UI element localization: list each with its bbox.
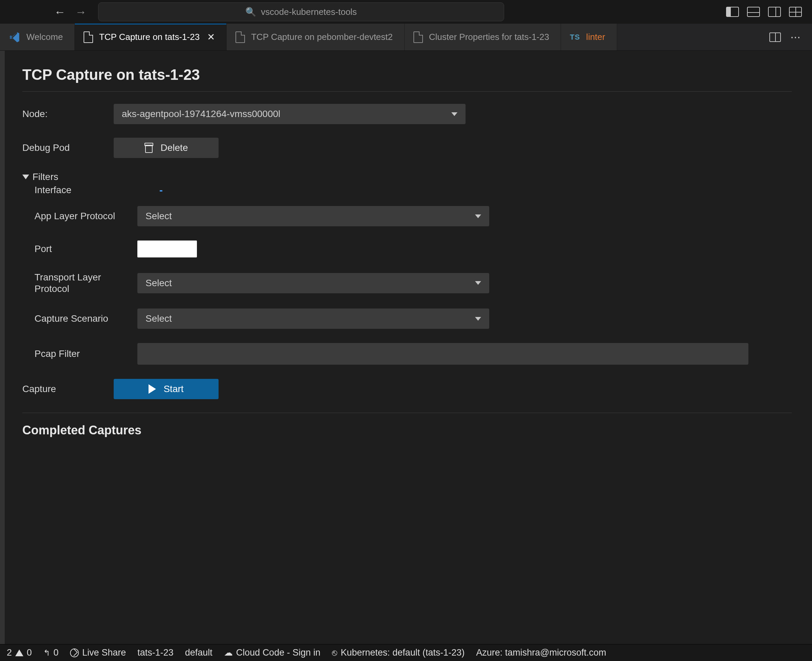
search-icon: 🔍 bbox=[245, 7, 256, 17]
app-proto-label: App Layer Protocol bbox=[22, 211, 131, 222]
status-context-namespace[interactable]: default bbox=[185, 647, 213, 658]
tab-cluster-props[interactable]: Cluster Properties for tats-1-23 bbox=[404, 24, 561, 50]
divider bbox=[22, 413, 792, 413]
app-proto-value: Select bbox=[145, 211, 172, 222]
tab-tcp-capture-pebomber[interactable]: TCP Capture on pebomber-devtest2 bbox=[227, 24, 404, 50]
split-editor-icon[interactable] bbox=[769, 32, 781, 42]
tab-label: Cluster Properties for tats-1-23 bbox=[429, 32, 549, 42]
ports-count: 0 bbox=[53, 647, 59, 658]
chevron-down-icon bbox=[451, 112, 457, 116]
node-select-value: aks-agentpool-19741264-vmss00000l bbox=[122, 109, 280, 120]
close-icon[interactable]: ✕ bbox=[207, 32, 215, 43]
tab-label: Welcome bbox=[26, 32, 63, 42]
port-label: Port bbox=[22, 243, 131, 255]
status-azure-account[interactable]: Azure: tamishra@microsoft.com bbox=[476, 647, 606, 658]
page-title: TCP Capture on tats-1-23 bbox=[22, 66, 792, 83]
cloud-icon: ☁ bbox=[224, 647, 233, 658]
interface-label: Interface bbox=[35, 185, 71, 196]
node-select[interactable]: aks-agentpool-19741264-vmss00000l bbox=[113, 104, 465, 124]
file-icon bbox=[235, 32, 245, 43]
tab-welcome[interactable]: Welcome bbox=[0, 24, 75, 50]
tab-tcp-capture-tats[interactable]: TCP Capture on tats-1-23 ✕ bbox=[75, 24, 227, 50]
pin-icon: ⎋ bbox=[332, 647, 337, 658]
pcap-filter-input[interactable] bbox=[137, 343, 748, 365]
status-liveshare[interactable]: Live Share bbox=[70, 647, 126, 658]
tab-linter-ts[interactable]: TS linter bbox=[561, 24, 617, 50]
start-button-label: Start bbox=[163, 383, 183, 394]
tab-label: TCP Capture on pebomber-devtest2 bbox=[251, 32, 393, 42]
filters-label: Filters bbox=[32, 171, 58, 182]
transport-proto-select[interactable]: Select bbox=[137, 273, 489, 293]
broadcast-icon: ↰ bbox=[43, 648, 50, 658]
vscode-logo-icon bbox=[9, 32, 20, 43]
tab-label: TCP Capture on tats-1-23 bbox=[99, 32, 200, 42]
divider bbox=[22, 91, 792, 92]
completed-captures-title: Completed Captures bbox=[22, 423, 792, 437]
scenario-value: Select bbox=[145, 313, 172, 324]
trash-icon bbox=[144, 143, 153, 153]
nav-forward-icon: → bbox=[75, 6, 86, 18]
activity-bar[interactable] bbox=[0, 51, 5, 644]
debug-pod-label: Debug Pod bbox=[22, 142, 107, 153]
toggle-panel-icon[interactable] bbox=[747, 7, 760, 17]
chevron-down-icon bbox=[475, 317, 481, 321]
search-text: vscode-kubernetes-tools bbox=[261, 7, 356, 17]
status-kubernetes[interactable]: ⎋ Kubernetes: default (tats-1-23) bbox=[332, 647, 465, 658]
status-ports[interactable]: ↰ 0 bbox=[43, 647, 59, 658]
error-count: 2 bbox=[7, 647, 12, 658]
title-bar: ← → 🔍 vscode-kubernetes-tools bbox=[0, 0, 812, 24]
editor-tab-bar: Welcome TCP Capture on tats-1-23 ✕ TCP C… bbox=[0, 24, 812, 51]
toggle-primary-sidebar-icon[interactable] bbox=[726, 7, 739, 17]
transport-proto-value: Select bbox=[145, 278, 172, 289]
scenario-label: Capture Scenario bbox=[22, 313, 131, 324]
liveshare-label: Live Share bbox=[82, 647, 126, 658]
chevron-down-icon bbox=[475, 281, 481, 285]
chevron-down-icon bbox=[475, 214, 481, 218]
toggle-secondary-sidebar-icon[interactable] bbox=[768, 7, 781, 17]
customize-layout-icon[interactable] bbox=[789, 7, 802, 17]
warning-count: 0 bbox=[27, 647, 32, 658]
liveshare-icon bbox=[70, 648, 79, 657]
status-cloud-code[interactable]: ☁ Cloud Code - Sign in bbox=[224, 647, 320, 658]
triangle-down-icon bbox=[22, 174, 29, 179]
scenario-select[interactable]: Select bbox=[137, 308, 489, 329]
delete-button-label: Delete bbox=[161, 142, 188, 153]
play-icon bbox=[149, 384, 156, 394]
port-input[interactable] bbox=[137, 241, 197, 257]
transport-proto-label: Transport Layer Protocol bbox=[22, 271, 131, 294]
warning-icon bbox=[15, 650, 23, 656]
nav-back-icon[interactable]: ← bbox=[54, 6, 66, 18]
status-context-cluster[interactable]: tats-1-23 bbox=[137, 647, 174, 658]
status-errors[interactable]: 2 0 bbox=[7, 647, 32, 658]
command-center-search[interactable]: 🔍 vscode-kubernetes-tools bbox=[98, 2, 504, 21]
pcap-label: Pcap Filter bbox=[22, 348, 131, 359]
node-label: Node: bbox=[22, 109, 107, 120]
status-bar: 2 0 ↰ 0 Live Share tats-1-23 default ☁ C… bbox=[0, 644, 812, 661]
tab-label: linter bbox=[586, 32, 605, 42]
typescript-icon: TS bbox=[570, 33, 580, 42]
editor-content: TCP Capture on tats-1-23 Node: aks-agent… bbox=[5, 51, 812, 644]
capture-label: Capture bbox=[22, 383, 107, 394]
app-proto-select[interactable]: Select bbox=[137, 206, 489, 226]
start-button[interactable]: Start bbox=[113, 379, 219, 399]
filters-toggle[interactable]: Filters bbox=[22, 171, 792, 182]
delete-button[interactable]: Delete bbox=[113, 138, 219, 158]
more-actions-icon[interactable]: ⋯ bbox=[790, 31, 802, 43]
file-icon bbox=[83, 32, 93, 43]
loading-indicator-icon: - bbox=[159, 184, 163, 196]
file-icon bbox=[414, 32, 423, 43]
